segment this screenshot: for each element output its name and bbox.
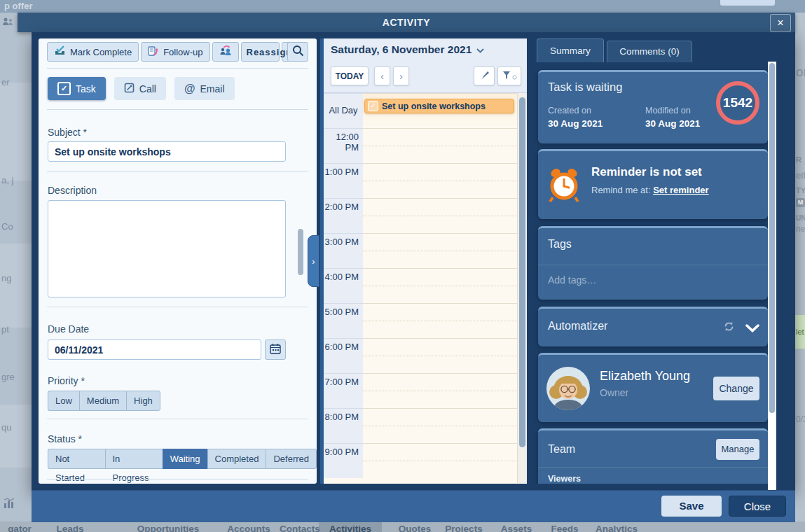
chevron-expand-icon[interactable]	[745, 323, 759, 335]
nav-item-accounts[interactable]: Accounts	[227, 524, 270, 532]
hour-row: 4:00 PM	[324, 268, 517, 303]
all-day-row: All Day ✓ Set up onsite workshops	[324, 93, 517, 128]
nav-item-quotes[interactable]: Quotes	[399, 524, 432, 532]
date-picker-button[interactable]	[265, 340, 286, 360]
hour-row: 8:00 PM	[324, 408, 517, 443]
modal-title: ACTIVITY	[18, 13, 795, 32]
background-right-column	[795, 13, 805, 522]
calendar-header: Saturday, 6 November 2021 TODAY ‹ ›	[324, 38, 527, 93]
summary-scrollbar-thumb[interactable]	[769, 63, 775, 413]
follow-up-icon	[148, 46, 159, 58]
status-in-progress-button[interactable]: In Progress	[105, 449, 163, 469]
edit-button[interactable]	[474, 66, 495, 85]
team-title: Team	[548, 443, 575, 456]
status-deferred-button[interactable]: Deferred	[266, 449, 317, 469]
nav-item-contacts[interactable]: Contacts	[280, 524, 320, 532]
search-icon	[292, 45, 304, 59]
set-reminder-link[interactable]: Set reminder	[653, 185, 708, 195]
task-checkbox-icon: ✓	[57, 82, 71, 95]
viewers-label: Viewers	[548, 474, 581, 484]
modal-body: Mark Complete Follow-up Reassign •••	[32, 32, 795, 490]
status-card: Task is waiting Created on 30 Aug 2021 M…	[538, 70, 768, 144]
tab-comments[interactable]: Comments (0)	[607, 41, 692, 62]
status-waiting-button[interactable]: Waiting	[163, 449, 207, 469]
tags-title: Tags	[548, 238, 572, 251]
calendar-scrollbar-thumb[interactable]	[519, 97, 525, 447]
description-textarea[interactable]	[48, 200, 286, 298]
status-completed-button[interactable]: Completed	[207, 449, 266, 469]
activity-modal: ACTIVITY × Mark Complete Follow-up	[18, 13, 795, 522]
hour-row: 7:00 PM	[324, 373, 517, 408]
priority-high-button[interactable]: High	[126, 391, 160, 411]
refresh-icon[interactable]	[722, 321, 736, 335]
automatizer-title: Automatizer	[548, 320, 607, 332]
search-button[interactable]	[287, 42, 308, 62]
background-fragment: ner	[796, 224, 805, 234]
next-day-button[interactable]: ›	[393, 66, 409, 85]
filter-button[interactable]	[497, 66, 521, 85]
calendar-panel: Saturday, 6 November 2021 TODAY ‹ ›	[320, 38, 527, 484]
hour-row: 1:00 PM	[324, 163, 517, 198]
nav-item-assets[interactable]: Assets	[501, 524, 532, 532]
calendar-scrollbar[interactable]	[517, 93, 527, 483]
team-card: Team Manage Viewers	[538, 428, 768, 484]
owner-card: Elizabeth Young Owner Change	[538, 353, 768, 422]
status-card-title: Task is waiting	[548, 80, 622, 94]
background-green-chip: let	[795, 315, 805, 349]
tab-summary[interactable]: Summary	[537, 38, 604, 62]
automatizer-card: Automatizer	[538, 307, 768, 346]
due-date-label: Due Date	[48, 323, 89, 335]
filter-dot-icon	[512, 70, 517, 83]
nav-item-feeds[interactable]: Feeds	[551, 524, 578, 532]
background-top-text: p offer	[4, 1, 32, 11]
status-label: Status *	[48, 433, 82, 444]
priority-low-button[interactable]: Low	[48, 391, 79, 411]
mark-complete-button[interactable]: Mark Complete	[47, 42, 139, 62]
background-fragment: TY	[796, 186, 805, 195]
left-panel-scrollbar[interactable]	[298, 229, 303, 275]
type-call-button[interactable]: Call	[114, 77, 166, 100]
background-fragment: or	[796, 64, 805, 80]
change-owner-button[interactable]: Change	[713, 377, 759, 400]
reminder-line: Remind me at: Set reminder	[591, 185, 709, 195]
reassign-button[interactable]	[212, 42, 239, 62]
follow-up-button[interactable]: Follow-up	[141, 42, 209, 62]
reminder-title: Reminder is not set	[591, 165, 702, 179]
save-button[interactable]: Save	[661, 496, 722, 517]
summary-scrollbar[interactable]	[768, 62, 776, 490]
due-date-input[interactable]	[48, 340, 261, 360]
avatar	[546, 367, 590, 413]
background-fragment: pt	[1, 324, 9, 335]
background-fragment: er	[1, 77, 10, 88]
more-actions-button[interactable]: Reassign	[241, 42, 280, 62]
type-email-button[interactable]: @ Email	[174, 77, 235, 100]
background-fragment: UN	[796, 214, 805, 222]
modal-header: ACTIVITY ×	[18, 13, 795, 32]
close-icon[interactable]: ×	[770, 14, 791, 32]
add-tags-input[interactable]: Add tags…	[548, 274, 596, 286]
today-button[interactable]: TODAY	[331, 66, 369, 85]
reminder-card: Reminder is not set Remind me at: Set re…	[538, 149, 768, 219]
manage-team-button[interactable]: Manage	[716, 439, 759, 460]
calendar-date-selector[interactable]: Saturday, 6 November 2021	[331, 43, 484, 56]
chevron-right-icon: ›	[312, 256, 315, 267]
owner-role: Owner	[600, 387, 628, 398]
background-top-button	[720, 0, 775, 6]
type-task-button[interactable]: ✓ Task	[48, 77, 106, 100]
nav-item-navigator[interactable]: gator	[8, 524, 32, 532]
event-chip[interactable]: ✓ Set up onsite workshops	[364, 99, 514, 113]
priority-medium-button[interactable]: Medium	[79, 391, 126, 411]
nav-item-leads[interactable]: Leads	[56, 524, 83, 532]
brush-icon	[479, 69, 490, 83]
subject-input[interactable]	[48, 141, 286, 162]
status-not-started-button[interactable]: Not Started	[48, 449, 105, 469]
nav-item-opportunities[interactable]: Opportunities	[137, 524, 200, 532]
nav-item-activities[interactable]: Activities	[319, 522, 382, 532]
close-button[interactable]: Close	[729, 496, 786, 517]
background-top-bar: p offer	[0, 0, 805, 13]
prev-day-button[interactable]: ‹	[374, 66, 390, 85]
nav-item-analytics[interactable]: Analytics	[596, 524, 638, 532]
panel-collapse-handle[interactable]: ›	[308, 235, 319, 287]
nav-item-projects[interactable]: Projects	[445, 524, 482, 532]
event-checkbox-icon: ✓	[368, 101, 378, 111]
